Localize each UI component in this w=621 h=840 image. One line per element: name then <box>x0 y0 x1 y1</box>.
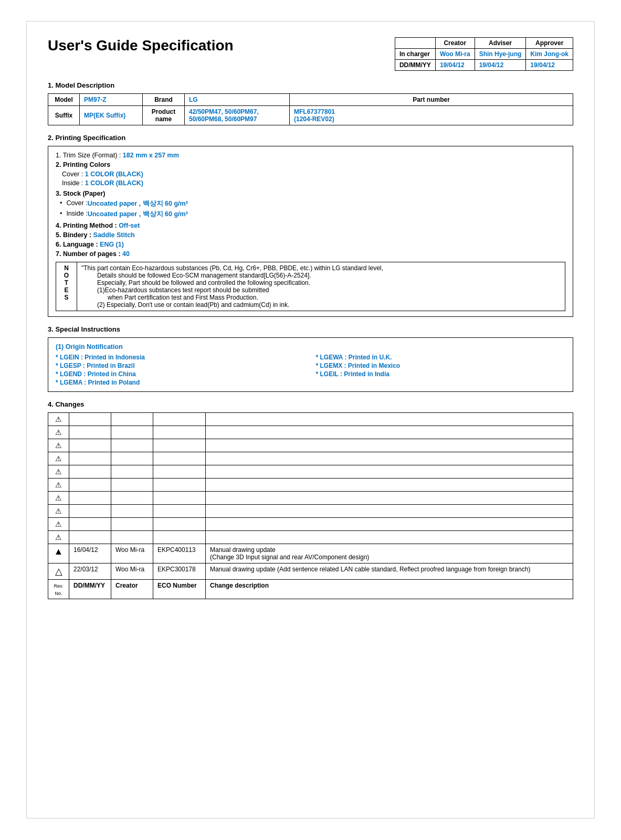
approver-name: Kim Jong-ok <box>526 49 573 60</box>
creator-cell <box>111 518 153 531</box>
creator-cell <box>111 413 153 426</box>
cover-stock-value: Uncoated paper , 백상지 60 g/m² <box>88 199 188 208</box>
bindery-value: Saddle Stitch <box>93 231 135 239</box>
date-2: 22/03/12 <box>69 563 111 580</box>
rev-icon: ⚠ <box>55 415 62 423</box>
creator-cell <box>111 479 153 492</box>
note-line-3: Especially, Part should be followed and … <box>97 279 561 286</box>
printing-spec-box: 1. Trim Size (Format) : 182 mm x 257 mm … <box>48 146 573 317</box>
inside-color-value: 1 COLOR (BLACK) <box>85 179 143 187</box>
eco-cell <box>153 531 206 544</box>
pages-value: 40 <box>122 250 130 258</box>
origin-lgeil: * LGEIL : Printed in India <box>316 370 566 378</box>
method-line: 4. Printing Method : Off-set <box>56 222 565 229</box>
header-creator: Creator <box>435 38 475 49</box>
changes-footer-row: Rev. No. DD/MM/YY Creator ECO Number Cha… <box>48 580 573 599</box>
stock-label: 3. Stock (Paper) <box>56 190 565 197</box>
rev-icon-cell: ⚠ <box>48 518 69 531</box>
note-line-1: "This part contain Eco-hazardous substan… <box>81 264 561 272</box>
notes-content: "This part contain Eco-hazardous substan… <box>77 262 565 311</box>
creator-cell <box>111 465 153 479</box>
changes-table: ⚠ ⚠ ⚠ ⚠ ⚠ <box>48 412 573 599</box>
date-cell <box>69 518 111 531</box>
note-line-4: (1)Eco-hazardous substances test report … <box>97 286 561 294</box>
origin-lgema: * LGEMA : Printed in Poland <box>56 379 306 386</box>
rev-no-label: Rev. No. <box>54 583 64 596</box>
cover-color-line: Cover : 1 COLOR (BLACK) <box>62 171 565 178</box>
printing-colors-label: 2. Printing Colors <box>56 161 565 168</box>
creator-cell <box>111 439 153 452</box>
origin-title: (1) Origin Notification <box>56 343 565 350</box>
creator-name: Woo Mi-ra <box>435 49 475 60</box>
cover-stock-label: Cover : <box>66 199 87 207</box>
origins-grid: * LGEIN : Printed in Indonesia * LGEWA :… <box>56 354 565 386</box>
product-name-label: Product name <box>143 106 185 125</box>
adviser-name: Shin Hye-jung <box>475 49 526 60</box>
table-row: ⚠ <box>48 518 573 531</box>
inside-stock-value: Uncoated paper , 백상지 60 g/m² <box>88 210 188 219</box>
note-line-2: Details should be followed Eco-SCM manag… <box>97 272 561 279</box>
date-cell <box>69 465 111 479</box>
table-row: ⚠ <box>48 531 573 544</box>
page-title: User's Guide Specification <box>48 37 395 54</box>
header-row: User's Guide Specification Creator Advis… <box>48 37 573 71</box>
note-line-6: (2) Especially, Don't use or contain lea… <box>97 301 561 309</box>
creator-footer: Creator <box>111 580 153 599</box>
table-row: ⚠ <box>48 505 573 518</box>
cover-color-label: Cover : <box>62 171 85 178</box>
rev-icon-cell: ⚠ <box>48 505 69 518</box>
desc-cell <box>206 492 573 505</box>
date-label: DD/MM/YY <box>395 60 435 71</box>
section1-heading: 1. Model Description <box>48 81 573 89</box>
desc-2: Manual drawing update (Add sentence rela… <box>206 563 573 580</box>
creator-2: Woo Mi-ra <box>111 563 153 580</box>
creator-cell <box>111 492 153 505</box>
date-cell <box>69 492 111 505</box>
eco-cell <box>153 452 206 465</box>
approval-table: Creator Adviser Approver In charger Woo … <box>395 37 573 71</box>
language-value: ENG (1) <box>100 241 124 248</box>
rev-icon-cell: ⚠ <box>48 531 69 544</box>
model-col-header: Model <box>48 94 80 106</box>
eco-cell <box>153 413 206 426</box>
section3-heading: 3. Special Instructions <box>48 325 573 333</box>
brand-value: LG <box>185 94 290 106</box>
creator-1: Woo Mi-ra <box>111 544 153 563</box>
date-cell <box>69 439 111 452</box>
rev-icon-cell: ⚠ <box>48 426 69 439</box>
eco-cell <box>153 505 206 518</box>
table-row: ⚠ <box>48 413 573 426</box>
desc-cell <box>206 413 573 426</box>
desc-cell <box>206 479 573 492</box>
origin-lgein: * LGEIN : Printed in Indonesia <box>56 354 306 361</box>
cover-color-value: 1 COLOR (BLACK) <box>85 171 143 178</box>
model-value: PM97-Z <box>80 94 143 106</box>
eco-cell <box>153 518 206 531</box>
notes-table: N O T E S "This part contain Eco-hazardo… <box>56 262 565 311</box>
desc-cell <box>206 518 573 531</box>
table-row: ⚠ <box>48 439 573 452</box>
approver-date: 19/04/12 <box>526 60 573 71</box>
origin-lgend: * LGEND : Printed in China <box>56 370 306 378</box>
rev-icon-filled: ▲ <box>54 546 64 557</box>
rev-icon: ⚠ <box>55 454 62 463</box>
header-adviser: Adviser <box>475 38 526 49</box>
trim-size-value: 182 mm x 257 mm <box>123 152 179 159</box>
eco-cell <box>153 426 206 439</box>
eco-cell <box>153 439 206 452</box>
bindery-line: 5. Bindery : Saddle Stitch <box>56 231 565 239</box>
header-approver: Approver <box>526 38 573 49</box>
pages-line: 7. Number of pages : 40 <box>56 250 565 258</box>
brand-col-header: Brand <box>143 94 185 106</box>
creator-cell <box>111 426 153 439</box>
model-table: Model PM97-Z Brand LG Part number Suffix… <box>48 93 573 125</box>
page-container: User's Guide Specification Creator Advis… <box>26 21 595 818</box>
rev-icon: ⚠ <box>55 467 62 476</box>
section2-heading: 2. Printing Specification <box>48 134 573 142</box>
suffix-value: MP(EK Suffix) <box>80 106 143 125</box>
method-value: Off-set <box>119 222 140 229</box>
product-name-value: 42/50PM47, 50/60PM67, 50/60PM68, 50/60PM… <box>185 106 290 125</box>
rev-icon-cell: ⚠ <box>48 492 69 505</box>
inside-stock-line: Inside : Uncoated paper , 백상지 60 g/m² <box>56 210 565 219</box>
rev-icon-cell: ⚠ <box>48 413 69 426</box>
